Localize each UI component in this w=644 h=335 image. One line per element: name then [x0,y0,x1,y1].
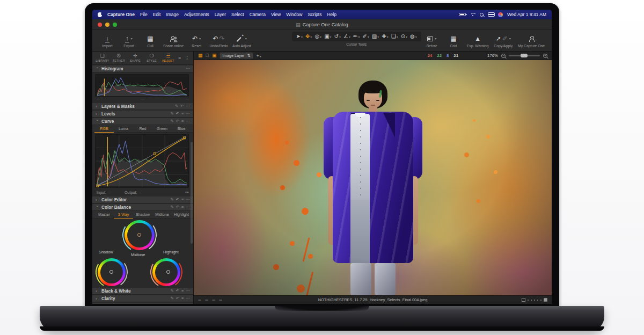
color-editor-panel-header[interactable]: › Color Editor ✎ ↶ ≡ ⋯ [92,196,193,203]
heal-tool[interactable]: ✚ [380,34,389,39]
apple-menu-icon[interactable] [98,12,103,17]
preset-icon[interactable]: ≡ [181,289,184,293]
zoom-slider[interactable] [509,55,540,56]
tab-options-kebab[interactable]: ⋮ [183,55,191,61]
copy-apply-button[interactable]: ➚✐ Copy/Apply [494,31,513,51]
pager-dot[interactable] [534,300,535,301]
thumbnail-outline-icon[interactable] [522,298,525,302]
preset-icon[interactable]: ≡ [181,296,184,301]
single-view-icon[interactable]: □ [206,53,209,58]
menu-adjustments[interactable]: Adjustments [184,12,209,17]
zoom-window-button[interactable] [113,23,117,27]
chevron-down-icon[interactable]: › [95,206,100,209]
shadow-wheel-cursor[interactable] [109,270,113,274]
reset-icon[interactable]: ↶ [176,205,179,209]
curve-tab-green[interactable]: Green [152,125,172,132]
more-icon[interactable]: ⋯ [186,119,191,123]
control-center-icon[interactable] [488,12,494,17]
curve-panel-header[interactable]: › Curve ✎ ↶ ≡ ⋯ [92,118,193,125]
minimize-window-button[interactable] [105,23,109,27]
tab-tether[interactable]: ✇ TETHER [111,54,127,62]
clone-tool[interactable]: ❏ [390,34,399,39]
battery-icon[interactable] [459,13,466,16]
cb-tab-highlight[interactable]: Highlight [172,211,191,218]
share-online-button[interactable]: Share online [164,31,183,51]
menu-camera[interactable]: Camera [250,12,266,17]
eyedropper-tool[interactable]: ◍ [409,34,418,39]
more-icon[interactable]: ⋯ [186,198,191,202]
export-button[interactable]: ↑ Export [121,31,137,51]
reset-button[interactable]: ↶ Reset [188,31,204,51]
layer-select[interactable]: Image Layer ⇅ [219,52,253,59]
more-icon[interactable]: ⋯ [186,289,191,293]
preset-icon[interactable]: ≡ [181,112,184,116]
chevron-right-icon[interactable]: › [96,198,99,202]
brush-icon[interactable]: ✎ [175,104,178,108]
cb-tab-3way[interactable]: 3-Way [114,211,133,219]
import-button[interactable]: ↓ Import [99,31,115,51]
thumbnail-filled-icon[interactable] [544,298,547,302]
pager-dot[interactable] [540,300,541,301]
menu-select[interactable]: Select [231,12,244,17]
reset-icon[interactable]: ↶ [176,198,179,202]
chevron-right-icon[interactable]: › [96,112,99,116]
chevron-down-icon[interactable]: › [95,67,100,71]
menu-image[interactable]: Image [166,12,179,17]
dehaze-panel-header[interactable]: › Dehaze ✎ ↶ ⋯ [92,302,193,304]
cb-tab-midtone[interactable]: Midtone [152,211,172,218]
reset-icon[interactable]: ↶ [176,289,179,293]
pager-dot[interactable] [528,300,529,301]
brush-icon[interactable]: ✎ [171,296,174,301]
black-white-panel-header[interactable]: › Black & White ✎ ↶ ≡ ⋯ [92,287,193,295]
cb-tab-shadow[interactable]: Shadow [133,211,152,218]
preset-icon[interactable]: ≡ [181,198,184,202]
rotate-tool[interactable]: ↺ [333,34,342,39]
tab-library[interactable]: ❏ LIBRARY [94,54,111,62]
curve-tab-rgb[interactable]: RGB [94,125,114,133]
expand-tabs-button[interactable]: » [177,55,182,61]
undo-redo-button[interactable]: ↶↷ Undo/Redo [210,31,228,51]
highlight-color-wheel[interactable] [152,258,180,286]
more-icon[interactable]: ⋯ [186,67,191,71]
sidebar-scrollbar[interactable] [191,142,193,244]
photo-canvas[interactable] [194,60,552,295]
more-icon[interactable]: ⋯ [186,104,191,108]
curve-editor[interactable] [95,134,189,188]
spot-removal-tool[interactable]: ⊙ [400,34,408,39]
cull-button[interactable]: ▦ Cull [142,31,158,51]
siri-icon[interactable] [498,12,503,17]
multi-view-icon[interactable]: ▦ [198,53,203,58]
reset-icon[interactable]: ↶ [176,112,179,116]
close-window-button[interactable] [98,23,102,27]
menu-layer[interactable]: Layer [215,12,226,17]
pager-dot[interactable] [537,300,538,301]
brush-icon[interactable]: ✎ [171,112,174,116]
brush-icon[interactable]: ✎ [171,198,174,202]
midtone-color-wheel[interactable] [125,220,155,250]
pan-tool[interactable]: ✥ [304,34,313,39]
cb-tab-master[interactable]: Master [94,211,114,218]
pager-dot[interactable] [531,300,532,301]
brush-icon[interactable]: ✎ [171,119,174,123]
chevron-right-icon[interactable]: › [96,296,99,301]
grid-button[interactable]: ▦ Grid [445,31,462,51]
preset-icon[interactable]: ≡ [181,119,184,123]
more-icon[interactable]: ⋯ [186,205,191,209]
add-layer-button[interactable]: + [257,53,261,59]
reset-icon[interactable]: ↶ [176,119,179,123]
brush-icon[interactable]: ✎ [171,289,174,293]
reset-icon[interactable]: ↶ [180,104,184,108]
zoom-level[interactable]: 176% [487,53,498,58]
layers-masks-panel-header[interactable]: › Layers & Masks ✎ ↶ ⋯ [92,103,193,110]
tab-shape[interactable]: ✛ SHAPE [127,54,143,62]
wifi-icon[interactable] [470,13,475,17]
curve-tab-blue[interactable]: Blue [172,125,191,132]
menu-bar-clock[interactable]: Wed Apr 1 9:41 AM [507,12,546,17]
tab-style[interactable]: ❍ STYLE [144,54,160,62]
menu-file[interactable]: File [140,12,148,17]
more-icon[interactable]: ⋯ [186,296,191,301]
curve-tab-red[interactable]: Red [133,125,152,132]
preset-icon[interactable]: ≡ [181,205,184,209]
brush-icon[interactable]: ✎ [171,205,174,209]
crop-tool[interactable]: ▣ [323,34,332,39]
